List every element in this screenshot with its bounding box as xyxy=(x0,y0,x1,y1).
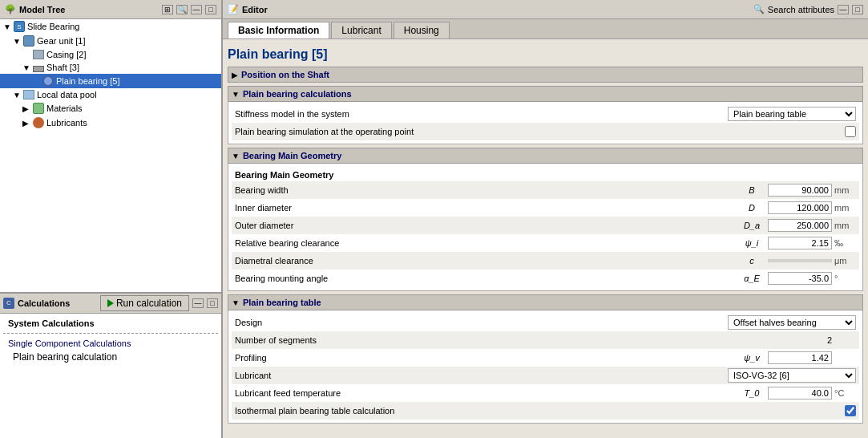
tree-gear-unit[interactable]: ▼ Gear unit [1] xyxy=(0,34,221,48)
diametral-clearance-unit: μm xyxy=(832,256,856,266)
tree-shaft[interactable]: ▼ Shaft [3] xyxy=(0,61,221,74)
search-attributes-label: Search attributes xyxy=(768,5,834,14)
model-tree-title: Model Tree xyxy=(19,5,65,14)
inner-diameter-input[interactable] xyxy=(768,201,832,214)
editor-content: Plain bearing [5] ▶ Position on the Shaf… xyxy=(223,39,868,438)
isothermal-row: Isothermal plain bearing table calculati… xyxy=(232,402,859,420)
bearing-width-input[interactable] xyxy=(768,184,832,197)
lubricant-dropdown[interactable]: ISO-VG-32 [6] xyxy=(728,368,856,383)
diametral-clearance-label: Diametral clearance xyxy=(235,256,736,266)
tab-bar: Basic Information Lubricant Housing xyxy=(223,19,868,39)
calc-arrow-icon: ▼ xyxy=(232,90,240,99)
calc-section-title: Plain bearing calculations xyxy=(243,89,352,99)
tree-lubricants-label: Lubricants xyxy=(46,118,87,128)
design-dropdown[interactable]: Offset halves bearing xyxy=(728,315,856,330)
bearing-width-symbol: B xyxy=(736,185,768,195)
tree-local-pool[interactable]: ▼ Local data pool xyxy=(0,88,221,101)
design-label: Design xyxy=(235,318,482,327)
calc-maximize[interactable]: □ xyxy=(207,298,218,308)
stiffness-dropdown[interactable]: Plain bearing table xyxy=(728,107,856,121)
calc-icon: C xyxy=(3,298,14,309)
expand-icon: ▼ xyxy=(3,22,11,31)
tab-housing[interactable]: Housing xyxy=(394,22,450,39)
simulation-row: Plain bearing simulation at the operatin… xyxy=(232,123,859,140)
tab-housing-label: Housing xyxy=(404,25,439,36)
geometry-section-title: Bearing Main Geometry xyxy=(243,151,341,160)
tab-lubricant-label: Lubricant xyxy=(341,25,381,36)
mounting-angle-label: Bearing mounting angle xyxy=(235,274,736,283)
geometry-section-content: Bearing Main Geometry Bearing width B mm… xyxy=(228,164,863,291)
calc-title: Calculations xyxy=(18,298,70,308)
mounting-angle-symbol: α_E xyxy=(736,274,768,283)
bearing-table-section-header[interactable]: ▼ Plain bearing table xyxy=(228,294,863,310)
plain-bearing-calc-label: Plain bearing calculation xyxy=(13,351,117,363)
slide-bearing-icon: S xyxy=(14,21,25,32)
model-tree-btn1[interactable]: ⊞ xyxy=(162,5,173,14)
rel-clearance-row: Relative bearing clearance ψ_i ‰ xyxy=(232,234,859,252)
model-tree-maximize[interactable]: □ xyxy=(205,5,216,14)
position-section-header[interactable]: ▶ Position on the Shaft xyxy=(228,67,863,83)
isothermal-checkbox[interactable] xyxy=(845,405,856,416)
tree-root[interactable]: ▼ S Slide Bearing xyxy=(0,19,221,34)
tab-lubricant[interactable]: Lubricant xyxy=(331,22,391,39)
calculations-section-content: Stiffness model in the system Plain bear… xyxy=(228,102,863,144)
outer-diameter-unit: mm xyxy=(832,221,856,230)
calculations-section: ▼ Plain bearing calculations Stiffness m… xyxy=(228,86,863,144)
tree-gear-label: Gear unit [1] xyxy=(37,36,86,46)
position-arrow-icon: ▶ xyxy=(232,71,238,79)
rel-clearance-input[interactable] xyxy=(768,237,832,249)
tree-materials[interactable]: ▶ Materials xyxy=(0,101,221,116)
rel-clearance-label: Relative bearing clearance xyxy=(235,238,736,248)
calc-minimize[interactable]: — xyxy=(192,298,204,308)
lube-temp-row: Lubricant feed temperature T_0 °C xyxy=(232,384,859,402)
tree-lubricants[interactable]: ▶ Lubricants xyxy=(0,116,221,130)
mounting-angle-input[interactable] xyxy=(768,272,832,285)
top-bar: 🌳 Model Tree ⊞ 🔍 — □ 📝 Editor 🔍 Search a… xyxy=(0,0,868,19)
shaft-icon xyxy=(33,66,44,72)
pool-icon xyxy=(23,90,34,99)
plain-bearing-calc-item[interactable]: Plain bearing calculation xyxy=(3,350,218,364)
stiffness-row: Stiffness model in the system Plain bear… xyxy=(232,105,859,123)
run-icon xyxy=(107,299,114,307)
run-calculation-button[interactable]: Run calculation xyxy=(100,295,189,311)
stiffness-select-container: Plain bearing table xyxy=(728,107,856,121)
outer-diameter-input[interactable] xyxy=(768,219,832,232)
inner-diameter-unit: mm xyxy=(832,203,856,213)
outer-diameter-label: Outer diameter xyxy=(235,221,736,230)
system-calc-label: System Calculations xyxy=(3,317,218,330)
mounting-angle-row: Bearing mounting angle α_E ° xyxy=(232,270,859,287)
rel-clearance-unit: ‰ xyxy=(832,238,856,248)
position-section-title: Position on the Shaft xyxy=(241,70,329,79)
tab-basic-information[interactable]: Basic Information xyxy=(228,22,329,39)
lube-temp-input[interactable] xyxy=(768,387,832,399)
editor-title: Editor xyxy=(242,5,268,14)
editor-maximize[interactable]: □ xyxy=(852,5,863,14)
simulation-checkbox[interactable] xyxy=(845,126,856,137)
model-tree-minimize[interactable]: — xyxy=(191,5,202,14)
editor-minimize[interactable]: — xyxy=(838,5,849,14)
calculations-section-header[interactable]: ▼ Plain bearing calculations xyxy=(228,86,863,102)
tree-shaft-label: Shaft [3] xyxy=(46,63,79,72)
num-segments-row: Number of segments 2 xyxy=(232,331,859,349)
geometry-inner-title: Bearing Main Geometry xyxy=(232,167,859,181)
tree-plain-bearing[interactable]: Plain bearing [5] xyxy=(0,74,221,88)
geometry-arrow-icon: ▼ xyxy=(232,152,240,160)
profiling-symbol: ψ_v xyxy=(736,353,768,363)
right-panel: Basic Information Lubricant Housing Plai… xyxy=(223,19,868,438)
geometry-section: ▼ Bearing Main Geometry Bearing Main Geo… xyxy=(228,148,863,291)
position-section: ▶ Position on the Shaft xyxy=(228,67,863,83)
gear-unit-icon xyxy=(23,35,34,47)
model-tree-btn2[interactable]: 🔍 xyxy=(176,5,188,14)
profiling-row: Profiling ψ_v xyxy=(232,349,859,367)
num-segments-value: 2 xyxy=(768,335,832,345)
bearing-width-unit: mm xyxy=(832,185,856,195)
bearing-width-row: Bearing width B mm xyxy=(232,181,859,199)
lube-temp-symbol: T_0 xyxy=(736,388,768,398)
mounting-angle-unit: ° xyxy=(832,274,856,283)
casing-icon xyxy=(33,50,44,59)
profiling-input[interactable] xyxy=(768,351,832,364)
tree-casing[interactable]: Casing [2] xyxy=(0,48,221,61)
model-tree-icon: 🌳 xyxy=(5,4,16,14)
rel-clearance-symbol: ψ_i xyxy=(736,238,768,248)
geometry-section-header[interactable]: ▼ Bearing Main Geometry xyxy=(228,148,863,164)
